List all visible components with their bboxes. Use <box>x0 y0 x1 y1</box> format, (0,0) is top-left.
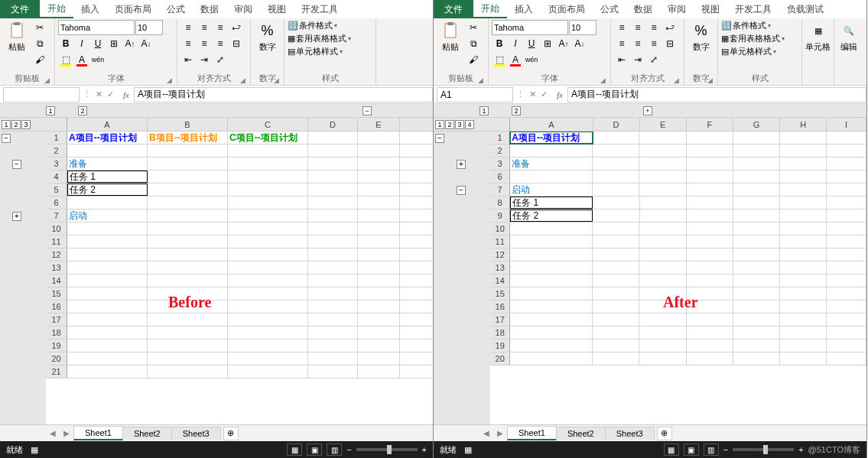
edit-button[interactable]: 🔍编辑 <box>837 20 860 53</box>
cut-icon[interactable]: ✂ <box>32 20 47 35</box>
cell[interactable] <box>308 326 358 339</box>
cell[interactable] <box>780 300 827 313</box>
col-header[interactable]: A <box>510 118 593 131</box>
cell[interactable] <box>358 223 400 235</box>
cell[interactable] <box>780 287 827 300</box>
col-header[interactable]: B <box>148 118 228 131</box>
font-name-select[interactable] <box>58 20 135 35</box>
bold-button[interactable]: B <box>58 36 73 51</box>
align-bottom-icon[interactable]: ≡ <box>646 20 662 35</box>
align-left-icon[interactable]: ≡ <box>614 36 629 51</box>
cell[interactable] <box>148 197 228 209</box>
cell[interactable] <box>780 210 827 222</box>
cell[interactable] <box>308 197 358 209</box>
view-normal-icon[interactable]: ▦ <box>664 443 679 456</box>
row-header[interactable]: 15 <box>490 287 510 300</box>
cell[interactable] <box>687 352 733 365</box>
orientation-icon[interactable]: ⤢ <box>646 52 662 67</box>
cell[interactable] <box>228 339 308 352</box>
italic-button[interactable]: I <box>508 36 523 51</box>
cell[interactable] <box>308 210 358 222</box>
cell[interactable] <box>639 352 686 365</box>
cell[interactable] <box>228 235 308 248</box>
row-header[interactable]: 1 <box>490 132 510 144</box>
add-sheet-button[interactable]: ⊕ <box>223 427 239 440</box>
cell[interactable] <box>510 339 593 352</box>
cell[interactable] <box>733 235 780 248</box>
cell[interactable] <box>358 339 400 352</box>
tab-layout[interactable]: 页面布局 <box>541 0 593 18</box>
table-format-button[interactable]: ▦套用表格格式▾ <box>721 33 785 44</box>
indent-increase-icon[interactable]: ⇥ <box>197 52 212 67</box>
phonetic-button[interactable]: wén <box>90 52 106 67</box>
row-header[interactable]: 3 <box>490 158 510 170</box>
cut-icon[interactable]: ✂ <box>466 20 481 35</box>
row-header[interactable]: 6 <box>46 197 67 209</box>
row-header[interactable]: 7 <box>46 210 67 222</box>
cell[interactable] <box>510 352 593 365</box>
col-header[interactable]: D <box>308 118 358 131</box>
row-header[interactable]: 2 <box>46 145 67 157</box>
row-header[interactable]: 3 <box>46 158 67 170</box>
row-header[interactable]: 14 <box>490 274 510 287</box>
row-header[interactable]: 5 <box>46 184 67 196</box>
cell[interactable] <box>358 287 400 300</box>
cell[interactable] <box>67 287 148 300</box>
cell[interactable] <box>510 171 593 183</box>
row-header[interactable]: 10 <box>46 223 67 235</box>
cell[interactable] <box>687 158 733 170</box>
cell[interactable] <box>358 365 400 378</box>
cell[interactable] <box>593 132 639 144</box>
cell[interactable] <box>148 235 228 248</box>
font-size-select[interactable] <box>135 20 163 35</box>
cell[interactable] <box>510 223 593 235</box>
tab-data[interactable]: 数据 <box>626 0 660 18</box>
tab-insert[interactable]: 插入 <box>507 0 541 18</box>
cell[interactable] <box>148 352 228 365</box>
select-all-corner[interactable] <box>490 118 510 131</box>
row-header[interactable]: 19 <box>46 339 67 352</box>
select-all-corner[interactable] <box>46 118 67 131</box>
cell[interactable] <box>687 171 733 183</box>
col-header[interactable]: A <box>67 118 148 131</box>
cell[interactable] <box>358 274 400 287</box>
cell[interactable] <box>67 145 148 157</box>
cell[interactable] <box>639 326 686 339</box>
sheet-nav-next-icon[interactable]: ▶ <box>60 429 73 437</box>
cell[interactable] <box>308 352 358 365</box>
row-header[interactable]: 2 <box>490 145 510 157</box>
cell[interactable] <box>593 145 639 157</box>
cell[interactable] <box>780 235 827 248</box>
col-header[interactable]: D <box>593 118 640 131</box>
cell[interactable] <box>67 313 148 326</box>
zoom-out-icon[interactable]: − <box>346 445 351 454</box>
cell[interactable] <box>639 313 686 326</box>
cell[interactable] <box>827 210 866 222</box>
cell[interactable]: 启动 <box>510 184 593 196</box>
name-box[interactable]: A1 <box>437 87 513 102</box>
cell[interactable] <box>228 145 308 157</box>
cell[interactable] <box>510 261 593 274</box>
align-center-icon[interactable]: ≡ <box>197 36 212 51</box>
cell[interactable] <box>358 132 400 144</box>
row-header[interactable]: 1 <box>46 132 67 144</box>
cell[interactable] <box>228 326 308 339</box>
cell[interactable] <box>780 145 827 157</box>
col-header[interactable]: G <box>733 118 780 131</box>
zoom-out-icon[interactable]: − <box>723 445 728 454</box>
cell[interactable] <box>308 365 358 378</box>
row-header[interactable]: 19 <box>490 339 510 352</box>
cell[interactable] <box>593 326 639 339</box>
cell[interactable] <box>780 326 827 339</box>
cell[interactable] <box>593 248 639 261</box>
cell[interactable] <box>148 210 228 222</box>
col-header[interactable]: F <box>687 118 733 131</box>
cell[interactable] <box>640 197 687 209</box>
cell[interactable] <box>148 145 228 157</box>
cell[interactable] <box>148 313 228 326</box>
dialog-launcher-icon[interactable]: ◢ <box>674 76 679 84</box>
sheet-nav-prev-icon[interactable]: ◀ <box>480 429 493 437</box>
cell[interactable] <box>640 210 687 222</box>
name-box[interactable] <box>3 87 80 102</box>
formula-input[interactable]: A项目--项目计划 <box>567 87 866 102</box>
